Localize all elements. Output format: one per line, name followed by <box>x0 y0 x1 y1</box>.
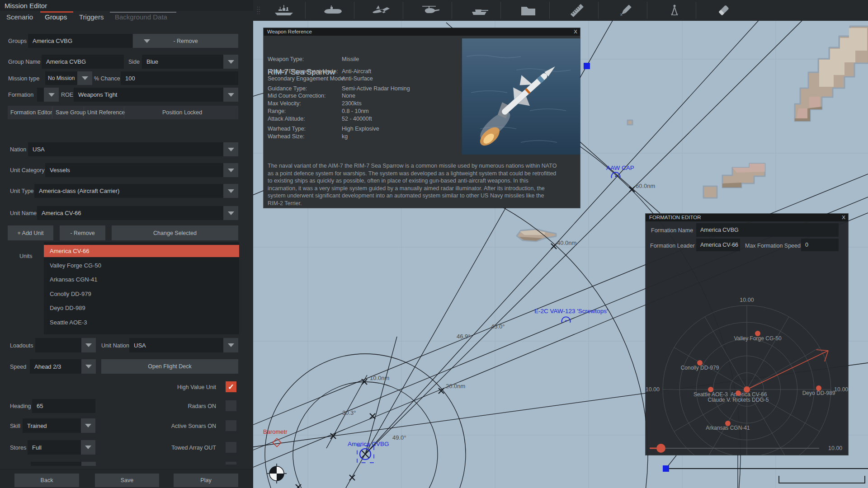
folder-tool-button[interactable] <box>504 0 552 21</box>
skill-select[interactable]: Trained <box>23 418 81 433</box>
unit-list-item[interactable]: Arkansas CGN-41 <box>44 273 239 286</box>
high-value-unit-checkbox[interactable]: ✓ <box>226 381 236 392</box>
units-list[interactable]: America CV-66Valley Forge CG-50Arkansas … <box>44 242 239 334</box>
add-unit-button[interactable]: + Add Unit <box>8 225 53 240</box>
waypoint-x-marker[interactable] <box>349 475 355 480</box>
pencil-tool-button[interactable]: x <box>601 0 650 21</box>
units-label: Units <box>19 253 32 259</box>
submarine-tool-button[interactable] <box>308 0 357 21</box>
formation-label: Formation <box>8 92 33 98</box>
unit-type-arrow[interactable] <box>223 184 238 198</box>
groups-select[interactable]: America CVBG <box>28 34 132 48</box>
unit-nation-arrow[interactable] <box>223 338 238 352</box>
aircraft-tool-button[interactable] <box>357 0 406 21</box>
tank-tool-button[interactable] <box>455 0 504 21</box>
unit-name-select[interactable]: America CV-66 <box>37 206 223 220</box>
chevron-down-icon[interactable] <box>144 39 150 43</box>
unit-category-select[interactable]: Vessels <box>45 163 223 177</box>
formation-leader-value[interactable]: America CV-66 <box>696 239 740 251</box>
unit-list-item[interactable]: America CV-66 <box>44 245 239 257</box>
open-flight-deck-button[interactable]: Open Flight Deck <box>101 359 238 374</box>
waypoint-x-marker[interactable] <box>551 244 557 249</box>
cutoff-checkbox[interactable] <box>226 462 236 465</box>
unit-list-item[interactable]: Conolly DD-979 <box>44 288 239 300</box>
chance-input[interactable]: 100 <box>121 71 238 85</box>
formation-range-slider[interactable] <box>656 444 665 453</box>
loadouts-arrow[interactable] <box>81 338 96 352</box>
unit-list-item[interactable]: Seattle AOE-3 <box>44 316 239 328</box>
side-select-arrow[interactable] <box>223 55 238 69</box>
roe-select[interactable]: Weapons Tight <box>74 88 223 102</box>
save-button[interactable]: Save <box>95 474 159 487</box>
formation-name-input[interactable]: America CVBG <box>696 223 839 237</box>
formation-chart[interactable]: 10.0010.0010.0010.00Valley Forge CG-50Co… <box>646 254 848 455</box>
active-sonars-checkbox[interactable] <box>226 420 236 431</box>
formation-select[interactable] <box>37 88 44 102</box>
stores-arrow[interactable] <box>81 440 95 455</box>
radars-on-label: Radars ON <box>144 403 216 409</box>
divider <box>500 2 501 19</box>
spec-label: Mid Course Correction: <box>268 93 326 99</box>
cutoff-arrow[interactable] <box>81 462 96 466</box>
formation-arrow[interactable] <box>44 88 59 102</box>
mission-type-select[interactable]: No Mission <box>45 71 77 85</box>
helicopter-tool-button[interactable] <box>406 0 455 21</box>
heading-input[interactable]: 65 <box>32 399 95 413</box>
aircraft-icon <box>371 3 392 18</box>
remove-unit-button[interactable]: - Remove <box>60 225 105 240</box>
mission-type-arrow[interactable] <box>77 71 92 85</box>
radars-on-checkbox[interactable] <box>226 400 236 411</box>
loadouts-label: Loadouts <box>10 343 33 349</box>
formation-unit-dot[interactable] <box>736 390 741 396</box>
unit-list-item[interactable]: Deyo DD-989 <box>44 302 239 314</box>
compass-tool-button[interactable] <box>650 0 699 21</box>
play-button[interactable]: Play <box>174 474 238 487</box>
speed-select[interactable]: Ahead 2/3 <box>30 359 81 374</box>
max-formation-speed-input[interactable]: 0 <box>801 239 839 251</box>
roe-arrow[interactable] <box>223 88 238 102</box>
nation-select[interactable]: USA <box>28 142 223 156</box>
unit-list-item[interactable]: Valley Forge CG-50 <box>44 259 239 272</box>
nav-point-square[interactable] <box>663 465 669 472</box>
unit-list-item[interactable]: Claude V. Rickets DDG-5 <box>44 331 239 334</box>
group-name-input[interactable]: America CVBG <box>42 55 124 69</box>
waypoint-x-marker[interactable] <box>629 187 635 192</box>
nav-point-square[interactable] <box>584 63 590 69</box>
unit-type-select[interactable]: America-class (Aircraft Carrier) <box>34 184 223 198</box>
position-locked-toggle[interactable]: Position Locked <box>162 109 202 116</box>
unit-nation-select[interactable]: USA <box>129 338 223 352</box>
back-button[interactable]: Back <box>14 474 79 487</box>
stores-select[interactable]: Full <box>28 440 81 455</box>
side-select[interactable]: Blue <box>142 55 223 69</box>
tab-scenario[interactable]: Scenario <box>6 13 33 21</box>
change-selected-button[interactable]: Change Selected <box>112 225 238 240</box>
skill-arrow[interactable] <box>81 418 95 433</box>
chevron-down-icon <box>228 211 234 215</box>
unit-category-arrow[interactable] <box>223 163 238 177</box>
tab-background-data[interactable]: Background Data <box>115 13 167 21</box>
barometr-marker[interactable] <box>273 438 281 446</box>
unit-reference-button[interactable]: Unit Reference <box>87 109 125 116</box>
cutoff-select[interactable] <box>31 462 81 466</box>
formation-editor-titlebar[interactable]: FORMATION EDITOR X <box>646 214 848 221</box>
formation-editor-window: FORMATION EDITOR X Formation Name Americ… <box>646 214 848 455</box>
ruler-tool-button[interactable] <box>552 0 601 21</box>
nation-arrow[interactable] <box>223 142 238 156</box>
warship-tool-button[interactable] <box>259 0 308 21</box>
eraser-tool-button[interactable] <box>699 0 748 21</box>
save-group-button[interactable]: Save Group <box>56 109 86 116</box>
tab-groups[interactable]: Groups <box>45 13 67 21</box>
stores-label: Stores <box>10 445 26 451</box>
tab-triggers[interactable]: Triggers <box>79 13 104 21</box>
towed-array-checkbox[interactable] <box>226 442 236 453</box>
remove-group-button[interactable]: - Remove <box>133 34 238 48</box>
formation-editor-button[interactable]: Formation Editor <box>10 109 52 116</box>
loadouts-select[interactable] <box>35 338 81 352</box>
spec-value: 52 - 40000ft <box>342 116 372 122</box>
speed-arrow[interactable] <box>81 359 96 374</box>
spec-value: 0.8 - 10nm <box>342 108 369 114</box>
close-icon[interactable]: X <box>574 29 577 34</box>
unit-name-arrow[interactable] <box>223 206 238 220</box>
weapon-reference-titlebar[interactable]: Weapon Reference X <box>264 28 580 36</box>
close-icon[interactable]: X <box>842 215 845 220</box>
